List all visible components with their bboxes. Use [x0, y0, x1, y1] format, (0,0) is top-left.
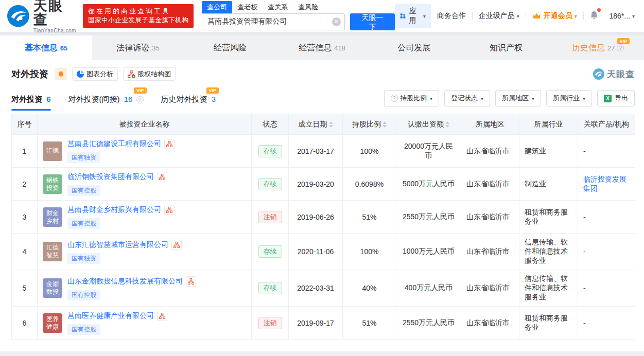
- tab-intellectual-property[interactable]: 知识产权: [460, 35, 552, 60]
- help-icon: ?: [391, 95, 398, 102]
- subtab-label: 对外投资(间接): [68, 95, 120, 103]
- tianyancha-logo-icon: [593, 68, 604, 80]
- tab-count: 418: [334, 44, 345, 52]
- equity-structure-label: 股权结构图: [137, 69, 171, 79]
- logo-domain: TianYanCha.com: [33, 28, 77, 33]
- search-tab-relation[interactable]: 查关系: [263, 1, 293, 13]
- investment-subtabs: 对外投资 6 VIP 对外投资(间接) 16 ? VIP 历史对外投资 3: [11, 95, 233, 111]
- search-tab-company[interactable]: 查公司: [202, 1, 232, 13]
- equity-chart-icon[interactable]: [157, 172, 167, 182]
- search-tab-boss[interactable]: 查老板: [232, 1, 263, 13]
- equity-chart-icon[interactable]: [186, 276, 196, 287]
- row-index: 1: [12, 135, 38, 168]
- company-avatar[interactable]: 钢铁 投资: [43, 174, 62, 194]
- company-avatar[interactable]: 汇德 智慧: [43, 242, 62, 261]
- equity-chart-icon[interactable]: [171, 240, 182, 250]
- ownership-tag: 国有控股: [67, 324, 100, 335]
- col-header-amount[interactable]: 认缴出资额: [396, 114, 461, 135]
- account-menu[interactable]: 186*... ▾: [605, 12, 637, 20]
- company-link[interactable]: 山东汇德智慧城市运营有限公司: [67, 240, 168, 250]
- enterprise-products-menu[interactable]: 企业级产品 ▾: [473, 11, 526, 21]
- chevron-down-icon: ▾: [532, 96, 534, 101]
- tab-company-development[interactable]: 公司发展: [368, 35, 460, 60]
- section-title: 对外投资: [11, 68, 48, 80]
- established-date: 2017-03-17: [289, 135, 343, 168]
- subtab-label: 对外投资: [11, 95, 42, 103]
- related-product-link[interactable]: 临沂投资发展集团: [583, 175, 626, 192]
- section-header: 对外投资 图表分析 股权结构图: [11, 67, 635, 81]
- shareholding-ratio: 51%: [343, 201, 396, 234]
- filter-label: 所属行业: [553, 94, 580, 103]
- subtab-outbound-investment[interactable]: 对外投资 6: [11, 95, 51, 111]
- filter-shareholding-ratio[interactable]: ? 持股比例 ▾: [384, 90, 439, 106]
- col-header-ratio[interactable]: 持股比例: [343, 114, 396, 135]
- export-button[interactable]: X 导出: [597, 90, 635, 106]
- footer-strip: [0, 351, 644, 356]
- help-icon[interactable]: ?: [617, 44, 624, 51]
- help-icon[interactable]: ?: [136, 96, 144, 103]
- subtab-count: 16: [124, 95, 133, 103]
- monitor-bell-button[interactable]: [55, 68, 67, 80]
- tab-operational-risk[interactable]: 经营风险: [184, 35, 276, 60]
- main-content: 对外投资 图表分析 股权结构图: [0, 60, 644, 340]
- tab-basic-info[interactable]: 基本信息 65: [0, 35, 92, 60]
- sort-icon[interactable]: [445, 121, 449, 128]
- company-link[interactable]: 莒南县汇德建设工程有限公司: [67, 139, 161, 149]
- subtab-indirect-investment[interactable]: VIP 对外投资(间接) 16 ?: [68, 95, 144, 111]
- notifications-button[interactable]: [583, 10, 605, 22]
- chart-analysis-label: 图表分析: [86, 69, 113, 79]
- tab-history-info[interactable]: VIP 历史信息 27 ?: [552, 35, 644, 60]
- company-avatar[interactable]: 汇德: [43, 141, 62, 161]
- chevron-down-icon: ▾: [423, 13, 426, 19]
- open-vip-menu[interactable]: 开通会员 ▾: [526, 11, 583, 21]
- subtab-historical-investment[interactable]: VIP 历史对外投资 3: [161, 95, 216, 111]
- notification-dot: [597, 8, 601, 12]
- sort-icon[interactable]: [382, 121, 387, 128]
- filter-industry[interactable]: 所属行业 ▾: [546, 90, 592, 106]
- row-index: 6: [12, 307, 38, 340]
- tianyancha-watermark: 天眼查: [593, 68, 635, 80]
- company-link[interactable]: 莒南县财金乡村振兴有限公司: [67, 205, 161, 215]
- filter-registration-status[interactable]: 登记状态 ▾: [444, 90, 490, 106]
- equity-chart-icon[interactable]: [164, 205, 175, 215]
- search-tab-risk[interactable]: 查风险: [293, 1, 323, 13]
- equity-chart-icon[interactable]: [164, 139, 175, 149]
- chart-analysis-button[interactable]: 图表分析: [72, 67, 118, 81]
- region: 山东省临沂市: [461, 135, 519, 168]
- row-index: 5: [12, 270, 38, 307]
- company-avatar[interactable]: 医养 健康: [43, 313, 62, 333]
- tab-label: 基本信息: [25, 43, 58, 54]
- established-date: 2022-03-31: [289, 270, 343, 307]
- investments-table: 序号 被投资企业名称 状态 成立日期 持股比例 认缴出资额 所属地区 所属行业 …: [11, 114, 635, 340]
- company-avatar[interactable]: 财金 乡村: [43, 207, 62, 227]
- search-button[interactable]: 天眼一下: [350, 13, 395, 30]
- equity-structure-button[interactable]: 股权结构图: [123, 67, 176, 81]
- company-link[interactable]: 莒南医养健康产业有限公司: [67, 311, 154, 321]
- apps-menu[interactable]: 应用 ▾: [395, 4, 431, 28]
- business-cooperation-link[interactable]: 商务合作: [431, 11, 472, 21]
- tab-business-info[interactable]: 经营信息 418: [276, 35, 368, 60]
- search-input[interactable]: [202, 13, 344, 30]
- clear-search-icon[interactable]: ✕: [332, 17, 341, 26]
- tianyancha-logo[interactable]: 天眼查 TianYanCha.com: [7, 0, 77, 33]
- table-row: 2 钢铁 投资 临沂钢铁投资集团有限公司 国有控股 存续 2019-03-20 …: [12, 168, 635, 201]
- established-date: 2020-11-06: [289, 234, 343, 270]
- row-index: 3: [12, 201, 38, 234]
- subscribed-capital: 20000万元人民币: [396, 135, 461, 168]
- company-link[interactable]: 临沂钢铁投资集团有限公司: [67, 172, 154, 182]
- tab-legal-proceedings[interactable]: 法律诉讼 35: [92, 35, 184, 60]
- col-header-region: 所属地区: [461, 114, 519, 135]
- org-chart-icon: [128, 70, 135, 78]
- bell-icon: [58, 70, 64, 78]
- company-avatar[interactable]: 金潮 数投: [43, 278, 62, 298]
- col-header-established-date[interactable]: 成立日期: [289, 114, 343, 135]
- sort-icon[interactable]: [329, 121, 333, 128]
- equity-chart-icon[interactable]: [157, 311, 167, 321]
- established-date: 2019-03-20: [289, 168, 343, 201]
- col-header-related: 关联产品/机构: [578, 114, 635, 135]
- table-header-row: 序号 被投资企业名称 状态 成立日期 持股比例 认缴出资额 所属地区 所属行业 …: [12, 114, 635, 135]
- company-link[interactable]: 山东金潮数投信息科技发展有限公司: [67, 277, 183, 286]
- status-badge: 存续: [258, 245, 282, 258]
- ownership-tag: 国有控股: [67, 218, 100, 229]
- filter-region[interactable]: 所属地区 ▾: [495, 90, 541, 106]
